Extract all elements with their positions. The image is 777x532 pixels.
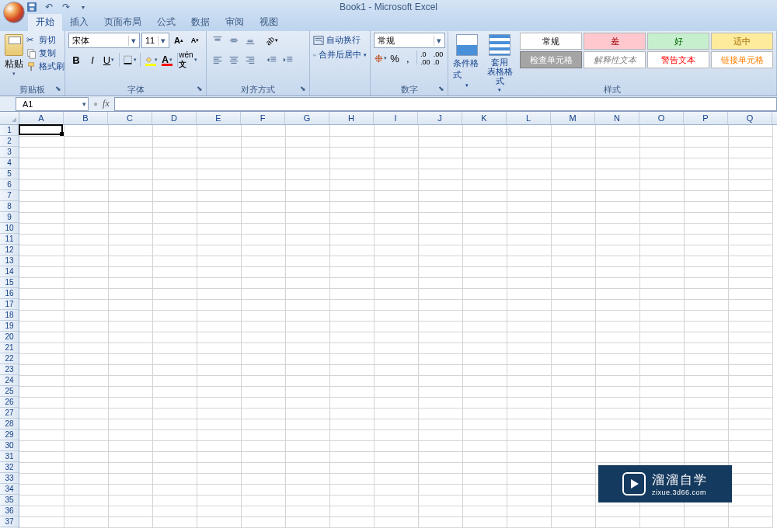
cell-style-option[interactable]: 链接单元格 (711, 51, 773, 68)
border-button[interactable] (122, 52, 138, 68)
cell[interactable] (197, 440, 241, 451)
cell[interactable] (684, 169, 728, 179)
cell[interactable] (639, 147, 684, 158)
cell[interactable] (684, 256, 728, 266)
cell[interactable] (64, 397, 108, 408)
column-header[interactable]: H (329, 112, 374, 124)
orientation-button[interactable]: ab▾ (264, 33, 280, 48)
cell[interactable] (639, 506, 684, 516)
cell[interactable] (595, 125, 639, 136)
cell[interactable] (241, 266, 285, 277)
cell[interactable] (684, 440, 728, 451)
cell[interactable] (241, 473, 285, 484)
cell[interactable] (595, 223, 639, 234)
cell[interactable] (329, 353, 374, 364)
cell[interactable] (639, 158, 684, 169)
cell[interactable] (639, 321, 684, 332)
cell[interactable] (64, 342, 108, 353)
cell[interactable] (19, 462, 64, 473)
cell[interactable] (728, 310, 772, 321)
cell[interactable] (374, 419, 418, 429)
cell[interactable] (108, 495, 152, 506)
cell[interactable] (64, 440, 108, 451)
cell[interactable] (152, 397, 197, 408)
cell[interactable] (108, 462, 152, 473)
cell[interactable] (684, 364, 728, 375)
cell[interactable] (197, 179, 241, 190)
cell[interactable] (684, 375, 728, 386)
cancel-formula-icon[interactable]: ● (93, 99, 98, 108)
cell[interactable] (639, 136, 684, 147)
cell[interactable] (329, 169, 374, 179)
cell[interactable] (285, 495, 329, 506)
cell[interactable] (728, 201, 772, 212)
cell[interactable] (108, 212, 152, 223)
cell[interactable] (241, 408, 285, 419)
cell[interactable] (285, 429, 329, 440)
cell[interactable] (241, 429, 285, 440)
cell[interactable] (241, 190, 285, 201)
cell[interactable] (19, 419, 64, 429)
cell[interactable] (108, 234, 152, 245)
cell[interactable] (152, 473, 197, 484)
align-left-button[interactable] (210, 52, 225, 68)
cell[interactable] (329, 408, 374, 419)
cell[interactable] (285, 190, 329, 201)
cell[interactable] (639, 190, 684, 201)
cell[interactable] (108, 451, 152, 462)
cell[interactable] (462, 353, 507, 364)
cell[interactable] (64, 321, 108, 332)
cell[interactable] (374, 234, 418, 245)
cell[interactable] (285, 169, 329, 179)
cell[interactable] (64, 125, 108, 136)
cell[interactable] (329, 190, 374, 201)
cell[interactable] (241, 342, 285, 353)
cell[interactable] (197, 364, 241, 375)
percent-button[interactable]: % (388, 50, 401, 66)
cell[interactable] (595, 212, 639, 223)
row-header[interactable]: 6 (0, 179, 19, 190)
cell[interactable] (595, 234, 639, 245)
cell[interactable] (639, 342, 684, 353)
cell[interactable] (507, 321, 551, 332)
align-center-button[interactable] (226, 52, 242, 68)
cell[interactable] (728, 277, 772, 288)
cell[interactable] (241, 277, 285, 288)
cell[interactable] (374, 440, 418, 451)
cell[interactable] (108, 169, 152, 179)
cell[interactable] (418, 473, 462, 484)
cell[interactable] (329, 223, 374, 234)
cell[interactable] (639, 375, 684, 386)
row-header[interactable]: 26 (0, 397, 19, 408)
cell[interactable] (595, 332, 639, 342)
column-header[interactable]: Q (728, 112, 772, 124)
row-header[interactable]: 33 (0, 473, 19, 484)
cell[interactable] (551, 245, 595, 256)
cell[interactable] (462, 332, 507, 342)
tab-insert[interactable]: 插入 (62, 13, 96, 31)
cell[interactable] (728, 245, 772, 256)
cell[interactable] (507, 364, 551, 375)
cell[interactable] (19, 321, 64, 332)
cell[interactable] (418, 484, 462, 495)
cell[interactable] (462, 408, 507, 419)
cell[interactable] (728, 125, 772, 136)
cell[interactable] (595, 245, 639, 256)
cell[interactable] (329, 256, 374, 266)
cell[interactable] (418, 342, 462, 353)
column-header[interactable]: G (285, 112, 329, 124)
cell-style-option[interactable]: 适中 (711, 33, 773, 50)
row-header[interactable]: 13 (0, 256, 19, 266)
cell[interactable] (108, 429, 152, 440)
cell[interactable] (595, 299, 639, 310)
cell[interactable] (19, 386, 64, 397)
cell[interactable] (64, 190, 108, 201)
cell[interactable] (507, 386, 551, 397)
underline-button[interactable]: U (101, 52, 117, 68)
cell[interactable] (285, 342, 329, 353)
redo-button[interactable]: ↷ (59, 1, 73, 13)
cell[interactable] (551, 397, 595, 408)
cell[interactable] (197, 201, 241, 212)
cell[interactable] (418, 256, 462, 266)
cell[interactable] (64, 451, 108, 462)
